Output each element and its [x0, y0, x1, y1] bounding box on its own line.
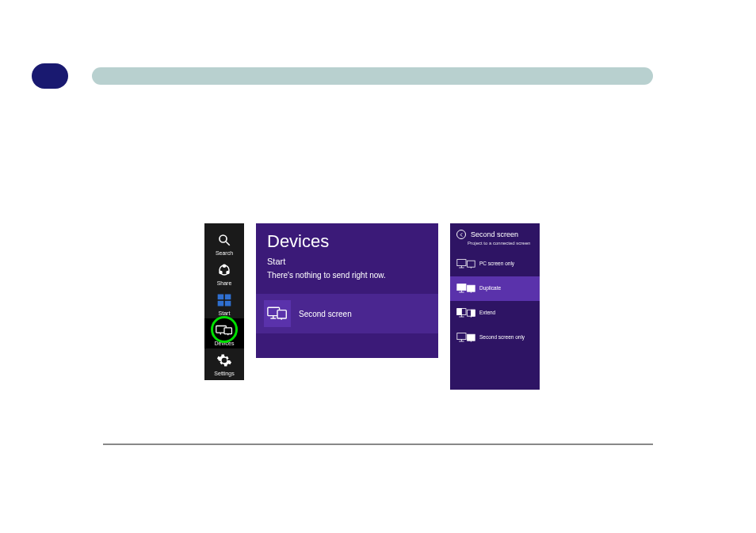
header-title-bar	[92, 67, 653, 85]
second-screen-caption: Project to a connected screen	[450, 241, 540, 252]
ss-option-extend[interactable]: Extend	[450, 301, 540, 326]
svg-rect-19	[457, 260, 466, 266]
charm-start[interactable]: Start	[204, 288, 244, 318]
charm-search[interactable]: Search	[204, 228, 244, 258]
svg-point-3	[223, 265, 226, 267]
screenshots-row: Search Share S	[204, 223, 540, 390]
charm-devices-label: Devices	[215, 341, 235, 346]
charm-start-label: Start	[219, 310, 231, 316]
ss-option-pc-only[interactable]: PC screen only	[450, 252, 540, 276]
windows-start-icon	[216, 291, 233, 309]
svg-rect-8	[218, 301, 224, 306]
extend-icon	[456, 307, 474, 319]
devices-icon	[216, 322, 233, 339]
share-icon	[216, 261, 233, 279]
pc-only-icon	[456, 258, 474, 270]
charm-settings[interactable]: Settings	[204, 348, 244, 379]
page-header	[32, 63, 653, 89]
ss-option-second-only[interactable]: Second screen only	[450, 326, 540, 350]
ss-option-second-only-label: Second screen only	[479, 335, 525, 341]
second-screen-panel: Second screen Project to a connected scr…	[450, 223, 540, 390]
second-screen-title: Second screen	[471, 230, 518, 238]
svg-rect-11	[224, 328, 231, 334]
search-icon	[216, 231, 233, 249]
svg-rect-15	[277, 310, 286, 318]
devices-panel-title: Devices	[256, 223, 438, 257]
svg-line-1	[226, 242, 230, 246]
ss-option-extend-label: Extend	[479, 310, 495, 316]
gear-icon	[216, 352, 233, 369]
svg-rect-9	[225, 301, 231, 306]
second-screen-icon	[264, 300, 291, 327]
svg-rect-6	[218, 295, 224, 300]
charm-settings-label: Settings	[214, 371, 234, 376]
duplicate-icon	[456, 283, 474, 295]
second-screen-header: Second screen	[450, 230, 540, 241]
svg-point-5	[227, 272, 229, 274]
devices-panel-subtitle: Start	[256, 257, 438, 271]
footer-divider	[103, 444, 653, 445]
devices-panel: Devices Start There's nothing to send ri…	[256, 223, 438, 358]
svg-rect-27	[468, 285, 475, 291]
svg-rect-30	[457, 309, 462, 315]
ss-option-pc-only-label: PC screen only	[479, 261, 514, 267]
charm-devices[interactable]: Devices	[204, 318, 244, 348]
header-badge	[32, 63, 68, 89]
devices-item-second-screen[interactable]: Second screen	[256, 294, 438, 333]
charm-search-label: Search	[216, 250, 233, 256]
devices-panel-message: There's nothing to send right now.	[256, 271, 438, 294]
charm-share[interactable]: Share	[204, 258, 244, 288]
ss-option-duplicate[interactable]: Duplicate	[450, 276, 540, 301]
charms-bar: Search Share S	[204, 223, 244, 380]
back-icon[interactable]	[456, 230, 466, 239]
svg-point-4	[220, 272, 222, 274]
devices-item-label: Second screen	[299, 310, 352, 318]
svg-rect-36	[457, 333, 466, 340]
ss-option-duplicate-label: Duplicate	[479, 286, 501, 291]
second-only-icon	[456, 332, 474, 344]
svg-rect-22	[468, 261, 475, 267]
charm-share-label: Share	[217, 280, 232, 286]
svg-rect-7	[225, 295, 231, 300]
svg-rect-24	[457, 284, 466, 291]
svg-point-0	[220, 235, 227, 242]
svg-rect-34	[471, 310, 475, 316]
svg-rect-39	[468, 334, 475, 341]
